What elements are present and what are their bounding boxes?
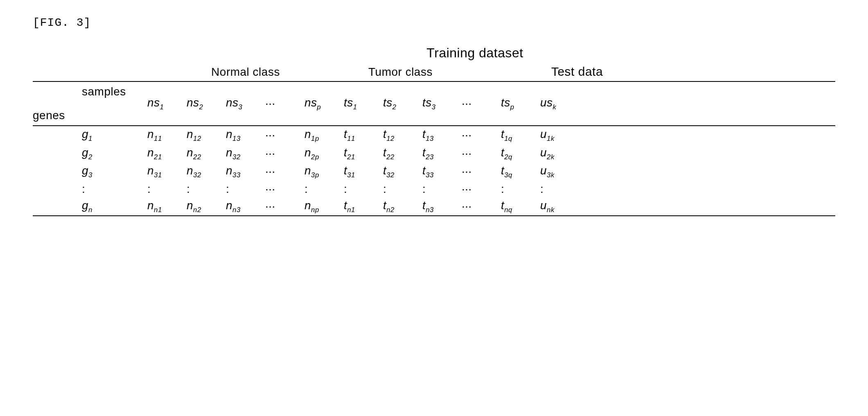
cell-test: unk [540, 199, 614, 214]
cell-tumor: : [344, 183, 383, 196]
cell-normal: : [304, 183, 344, 196]
cell-tumor: t32 [383, 164, 422, 179]
cell-normal: n12 [187, 128, 226, 143]
cell-tumor: ··· [462, 165, 501, 178]
col-usk: usk [540, 96, 614, 111]
genes-label: genes [33, 109, 65, 122]
cell-normal: : [187, 183, 226, 196]
col-ts-ell: ··· [462, 97, 501, 110]
cell-normal: n22 [187, 146, 226, 161]
figure-table: Training dataset Normal class Tumor clas… [33, 45, 835, 216]
cell-tumor: t31 [344, 164, 383, 179]
table-row: g3n31n32n33···n3pt31t32t33···t3qu3k [33, 163, 835, 181]
cell-normal: n33 [226, 164, 265, 179]
axis-labels: samples genes [33, 85, 147, 122]
gene-label: : [33, 183, 147, 196]
table-row: g1n11n12n13···n1pt11t12t13···t1qu1k [33, 126, 835, 145]
cell-normal: ··· [265, 200, 304, 213]
cell-tumor: t12 [383, 128, 422, 143]
cell-normal: n21 [147, 146, 187, 161]
col-tsp: tsp [501, 96, 540, 111]
cell-normal: n2p [304, 146, 344, 161]
cell-normal: nnp [304, 199, 344, 214]
gene-label: g1 [33, 128, 147, 143]
cell-normal: n13 [226, 128, 265, 143]
cell-normal: nn1 [147, 199, 187, 214]
cell-tumor: : [501, 183, 540, 196]
super-header-row: Normal class Tumor class Test data [33, 65, 835, 79]
col-ns3: ns3 [226, 96, 265, 111]
cell-tumor: t1q [501, 128, 540, 143]
cell-normal: n11 [147, 128, 187, 143]
cell-tumor: t22 [383, 146, 422, 161]
table-row: g2n21n22n32···n2pt21t22t23···t2qu2k [33, 145, 835, 163]
cell-tumor: : [383, 183, 422, 196]
cell-normal: ··· [265, 129, 304, 142]
cell-tumor: t13 [422, 128, 462, 143]
cell-test: u2k [540, 146, 614, 161]
col-ts3: ts3 [422, 96, 462, 111]
col-ns1: ns1 [147, 96, 187, 111]
cell-normal: n32 [187, 164, 226, 179]
cell-test: u1k [540, 128, 614, 143]
cell-normal: : [147, 183, 187, 196]
table-body: g1n11n12n13···n1pt11t12t13···t1qu1kg2n21… [33, 126, 835, 215]
cell-tumor: tnq [501, 199, 540, 214]
col-nsp: nsp [304, 96, 344, 111]
cell-tumor: t21 [344, 146, 383, 161]
gene-label: gn [33, 199, 147, 214]
column-header-row: samples genes ns1 ns2 ns3 ··· nsp ts1 ts… [33, 82, 835, 125]
cell-tumor: ··· [462, 183, 501, 196]
test-data-label: Test data [540, 65, 614, 79]
gene-label: g3 [33, 164, 147, 179]
gene-label: g2 [33, 146, 147, 161]
cell-tumor: t2q [501, 146, 540, 161]
samples-label: samples [82, 85, 126, 98]
normal-class-label: Normal class [147, 66, 344, 79]
cell-normal: n3p [304, 164, 344, 179]
cell-normal: ··· [265, 165, 304, 178]
col-ts1: ts1 [344, 96, 383, 111]
cell-normal: ··· [265, 147, 304, 160]
cell-normal: : [226, 183, 265, 196]
table-title: Training dataset [33, 45, 835, 61]
cell-tumor: t23 [422, 146, 462, 161]
table-row: gnnn1nn2nn3···nnptn1tn2tn3···tnqunk [33, 197, 835, 216]
tumor-class-label: Tumor class [344, 66, 540, 79]
cell-test: u3k [540, 164, 614, 179]
cell-tumor: tn2 [383, 199, 422, 214]
cell-tumor: ··· [462, 147, 501, 160]
cell-normal: nn3 [226, 199, 265, 214]
cell-tumor: ··· [462, 129, 501, 142]
cell-normal: ··· [265, 183, 304, 196]
figure-label: [FIG. 3] [33, 16, 835, 29]
cell-normal: nn2 [187, 199, 226, 214]
cell-tumor: tn1 [344, 199, 383, 214]
cell-tumor: t11 [344, 128, 383, 143]
table-row: ::::···::::···:: [33, 181, 835, 197]
cell-normal: n32 [226, 146, 265, 161]
col-ts2: ts2 [383, 96, 422, 111]
cell-tumor: : [422, 183, 462, 196]
cell-tumor: t33 [422, 164, 462, 179]
cell-normal: n31 [147, 164, 187, 179]
cell-tumor: t3q [501, 164, 540, 179]
cell-tumor: tn3 [422, 199, 462, 214]
cell-tumor: ··· [462, 200, 501, 213]
cell-test: : [540, 183, 614, 196]
col-ns2: ns2 [187, 96, 226, 111]
col-ns-ell: ··· [265, 97, 304, 110]
cell-normal: n1p [304, 128, 344, 143]
